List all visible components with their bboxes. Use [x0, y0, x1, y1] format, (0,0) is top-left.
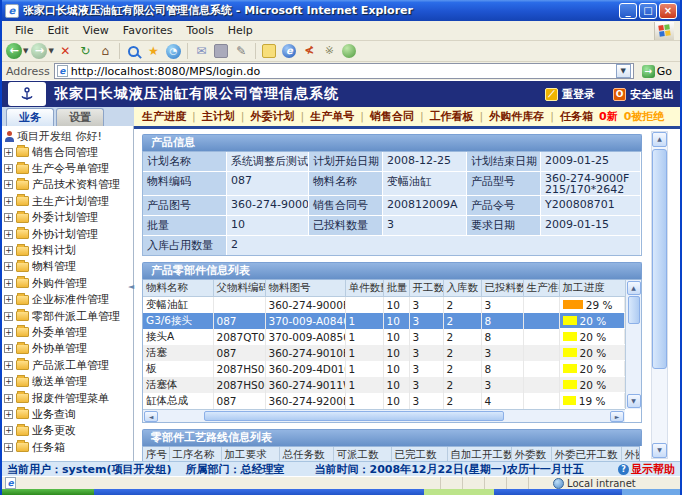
close-button[interactable]: × [659, 3, 677, 19]
expand-icon[interactable]: + [4, 230, 13, 239]
expand-icon[interactable]: + [4, 443, 13, 452]
history-button[interactable]: ◔ [165, 43, 182, 60]
scroll-down-icon[interactable]: ▼ [652, 443, 667, 458]
col-progress[interactable]: 加工进度 [559, 280, 625, 297]
back-button[interactable]: ←▼ [6, 43, 28, 60]
messenger-button[interactable] [341, 43, 358, 60]
nav-master-plan[interactable]: 主计划 [202, 109, 235, 124]
col-stocked[interactable]: 入库数 [443, 280, 481, 297]
expand-icon[interactable]: + [4, 426, 13, 435]
print-button[interactable] [213, 43, 230, 60]
sidebar-item-sales-contract[interactable]: +销售合同管理 [4, 144, 133, 160]
go-button[interactable]: → Go [638, 63, 676, 80]
sidebar-item-outsource-order[interactable]: +外委单管理 [4, 324, 133, 340]
address-input[interactable] [71, 65, 613, 78]
menu-file[interactable]: File [8, 22, 40, 39]
scroll-thumb[interactable] [204, 411, 504, 421]
sidebar-item-scrap-mgmt[interactable]: +报废件管理菜单 [4, 390, 133, 406]
scroll-left-icon[interactable]: ◄ [144, 411, 158, 422]
menu-help[interactable]: Help [221, 22, 260, 39]
sidebar-item-business-query[interactable]: +业务查询 [4, 406, 133, 422]
show-help-button[interactable]: ? 显示帮助 [618, 462, 675, 477]
sidebar-item-prod-order-no[interactable]: +生产令号单管理 [4, 160, 133, 176]
table-row[interactable]: 活塞087360-274-9010F110323 20 % [143, 345, 625, 361]
sidebar-item-outsource-plan[interactable]: +外委计划管理 [4, 210, 133, 226]
nav-work-board[interactable]: 工作看板 [430, 109, 474, 124]
logout-button[interactable]: O 安全退出 [613, 87, 674, 102]
expand-icon[interactable]: + [4, 148, 13, 157]
debug-button[interactable]: ※ [321, 43, 338, 60]
sidebar-item-feeding-plan[interactable]: +投料计划 [4, 242, 133, 258]
nav-outsource-plan[interactable]: 外委计划 [250, 109, 294, 124]
col-parent-code[interactable]: 父物料编码 [213, 280, 265, 297]
nav-task-box[interactable]: 任务箱 [560, 109, 593, 124]
sidebar-item-business-change[interactable]: +业务更改 [4, 423, 133, 439]
tab-settings[interactable]: 设置 [56, 108, 104, 126]
col-prep[interactable]: 生产准备 [523, 280, 559, 297]
sidebar-item-material-mgmt[interactable]: +物料管理 [4, 259, 133, 275]
sidebar-item-product-dispatch[interactable]: +产品派工单管理 [4, 357, 133, 373]
relogin-button[interactable]: ⟋ 重登录 [545, 87, 595, 102]
col-fed[interactable]: 已投料数 [481, 280, 523, 297]
tab-business[interactable]: 业务 [6, 108, 54, 126]
expand-icon[interactable]: + [4, 328, 13, 337]
maximize-button[interactable]: □ [639, 3, 657, 19]
col-process-name[interactable]: 工序名称 [169, 447, 221, 461]
start-button[interactable] [2, 489, 94, 495]
expand-icon[interactable]: + [4, 279, 13, 288]
menu-view[interactable]: View [76, 22, 116, 39]
col-per-unit-qty[interactable]: 单件数量 [345, 280, 383, 297]
table-row[interactable]: 缸体总成087360-274-9200F110324 19 % [143, 393, 625, 409]
sidebar-item-task-box[interactable]: +任务箱 [4, 439, 133, 455]
expand-icon[interactable]: + [4, 377, 13, 386]
col-outsourced[interactable]: 外委数 [511, 447, 551, 461]
scroll-thumb[interactable] [628, 296, 640, 324]
scroll-down-icon[interactable]: ▼ [627, 394, 641, 408]
sidebar-item-master-plan[interactable]: +主生产计划管理 [4, 193, 133, 209]
mail-button[interactable]: ✉ [193, 43, 210, 60]
sidebar-item-coop-order[interactable]: +外协单管理 [4, 341, 133, 357]
col-seq[interactable]: 序号 [143, 447, 169, 461]
menu-tools[interactable]: Tools [180, 22, 221, 39]
scroll-thumb[interactable] [652, 149, 667, 369]
expand-icon[interactable]: + [4, 197, 13, 206]
scroll-up-icon[interactable]: ▲ [627, 281, 641, 295]
col-dispatchable[interactable]: 可派工数 [333, 447, 391, 461]
filter-button[interactable]: ≮ [301, 43, 318, 60]
menu-edit[interactable]: Edit [40, 22, 75, 39]
expand-icon[interactable]: + [4, 213, 13, 222]
minimize-button[interactable]: _ [619, 3, 637, 19]
scroll-up-icon[interactable]: ▲ [652, 132, 667, 147]
sidebar-item-delivery-note[interactable]: +缴送单管理 [4, 373, 133, 389]
col-material-name[interactable]: 物料名称 [143, 280, 213, 297]
col-total-tasks[interactable]: 总任务数 [279, 447, 333, 461]
table-row[interactable]: 变幅油缸360-274-9000F10323 29 % [143, 297, 625, 314]
edit-button[interactable]: ✎ [233, 43, 250, 60]
col-requirement[interactable]: 加工要求 [221, 447, 279, 461]
notes-button[interactable] [261, 43, 278, 60]
favorites-button[interactable]: ★ [145, 43, 162, 60]
table-row[interactable]: 接头A2087QT002370-009-A0850110328 20 % [143, 329, 625, 345]
refresh-button[interactable]: ↻ [77, 43, 94, 60]
table-horizontal-scrollbar[interactable]: ◄ ► [143, 409, 625, 422]
expand-icon[interactable]: + [4, 312, 13, 321]
nav-production-order[interactable]: 生产单号 [310, 109, 354, 124]
sidebar-collapse-icon[interactable]: ◄ [128, 282, 134, 291]
expand-icon[interactable]: + [4, 246, 13, 255]
ie-shortcut-icon[interactable]: e [281, 43, 298, 60]
sidebar-item-tech-docs[interactable]: +产品技术资料管理 [4, 177, 133, 193]
nav-production-progress[interactable]: 生产进度 [142, 109, 186, 124]
expand-icon[interactable]: + [4, 180, 13, 189]
col-coop[interactable]: 外协数 [621, 447, 640, 461]
nav-sales-contract[interactable]: 销售合同 [370, 109, 414, 124]
scroll-right-icon[interactable]: ► [610, 411, 624, 422]
nav-purchased-stock[interactable]: 外购件库存 [489, 109, 544, 124]
col-finished[interactable]: 已完工数 [391, 447, 447, 461]
expand-icon[interactable]: + [4, 394, 13, 403]
col-started[interactable]: 开工数 [409, 280, 443, 297]
expand-icon[interactable]: + [4, 295, 13, 304]
sidebar-item-standard-parts[interactable]: +企业标准件管理 [4, 292, 133, 308]
expand-icon[interactable]: + [4, 164, 13, 173]
address-dropdown-icon[interactable]: ▼ [616, 64, 631, 78]
table-row-selected[interactable]: G3/6接头087370-009-A0840110328 20 % [143, 313, 625, 329]
